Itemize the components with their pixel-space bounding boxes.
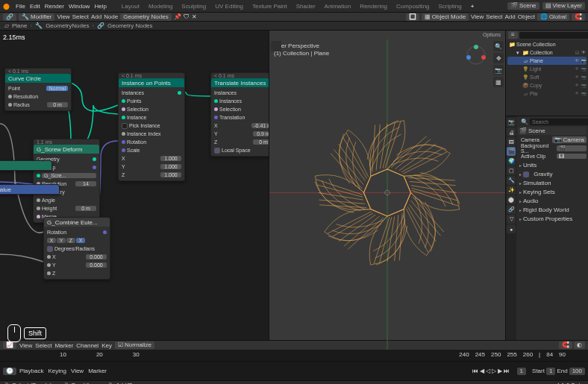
panel-units[interactable]: Units bbox=[518, 161, 587, 169]
frame-end[interactable]: 100 bbox=[569, 368, 585, 375]
local-space-checkbox[interactable] bbox=[214, 148, 220, 154]
tl-prop-icon[interactable]: ◐ bbox=[574, 341, 585, 349]
ws-add[interactable]: + bbox=[468, 2, 478, 10]
vp-select[interactable]: Select bbox=[486, 13, 502, 21]
ptab-object[interactable]: ▢ bbox=[507, 166, 516, 175]
node-translate-instances[interactable]: < 0.1 ms Translate Instances Instances I… bbox=[210, 72, 269, 157]
snap-icon[interactable]: 🧲 bbox=[572, 13, 585, 21]
graph-track[interactable]: 102030 240245250255260|8490 bbox=[0, 350, 588, 361]
menu-edit[interactable]: Edit bbox=[30, 3, 40, 10]
outliner-row-scene[interactable]: 📁Scene Collection bbox=[507, 40, 587, 48]
jump-start-icon[interactable]: ⏮ bbox=[472, 368, 478, 374]
pick-instance-checkbox[interactable] bbox=[122, 123, 128, 129]
pb-keying[interactable]: Keying bbox=[48, 368, 66, 374]
pb-marker[interactable]: Marker bbox=[88, 368, 107, 374]
vp-add[interactable]: Add bbox=[505, 13, 516, 21]
play-rev-icon[interactable]: ◁ bbox=[486, 368, 490, 374]
node-header[interactable]: Translate Instances bbox=[211, 78, 269, 87]
menu-window[interactable]: Window bbox=[69, 3, 90, 10]
tl-channel[interactable]: Channel bbox=[76, 342, 98, 349]
node-header[interactable]: G_Combine Eule... bbox=[44, 218, 110, 227]
ptab-physics[interactable]: ⬤ bbox=[507, 195, 516, 204]
ptab-constraints[interactable]: 🔗 bbox=[507, 205, 516, 214]
panel-audio[interactable]: Audio bbox=[518, 197, 587, 205]
hdr-view[interactable]: View bbox=[57, 13, 69, 20]
camera-field[interactable]: 📷 Camera bbox=[552, 136, 587, 143]
ptab-world[interactable]: 🌍 bbox=[507, 157, 516, 166]
degrees-checkbox[interactable] bbox=[47, 246, 53, 252]
clip-field[interactable]: 🎞 bbox=[557, 154, 587, 159]
ptab-viewlayer[interactable]: 🖼 bbox=[507, 137, 516, 146]
panel-custom[interactable]: Custom Properties bbox=[518, 215, 587, 223]
pb-view[interactable]: View bbox=[71, 368, 84, 374]
vp-mode[interactable]: ▦Object Mode bbox=[422, 13, 469, 21]
ws-sculpting[interactable]: Sculpting bbox=[178, 2, 209, 10]
jump-end-icon[interactable]: ⏭ bbox=[504, 368, 510, 374]
menu-help[interactable]: Help bbox=[94, 3, 106, 10]
crumb-modifier[interactable]: GeometryNodes bbox=[46, 22, 89, 29]
gravity-checkbox[interactable] bbox=[523, 171, 529, 177]
options-label[interactable]: Options bbox=[483, 32, 501, 37]
ws-render[interactable]: Rendering bbox=[357, 2, 390, 10]
node-combine-euler[interactable]: G_Combine Eule... Rotation XYZX Degrees/… bbox=[43, 217, 110, 280]
3d-viewport[interactable]: User Perspective (1) Collection | Plane … bbox=[269, 31, 506, 340]
editor-type-icon[interactable]: 🔗 bbox=[3, 13, 16, 21]
ptab-scene[interactable]: 🎬 bbox=[507, 147, 516, 156]
tl-select[interactable]: Select bbox=[35, 342, 51, 349]
hdr-add[interactable]: Add bbox=[91, 13, 101, 20]
hdr-node[interactable]: Node bbox=[104, 13, 118, 20]
ws-script[interactable]: Scripting bbox=[436, 2, 465, 10]
crumb-object[interactable]: Plane bbox=[12, 22, 27, 29]
panel-keying[interactable]: Keying Sets bbox=[518, 188, 587, 196]
ws-layout[interactable]: Layout bbox=[119, 2, 143, 10]
ptab-material[interactable]: ● bbox=[507, 224, 516, 233]
ws-comp[interactable]: Compositing bbox=[393, 2, 432, 10]
node-editor[interactable]: 2.15ms < 0.1 ms Curve Circle PointNormal… bbox=[0, 31, 269, 340]
ptab-output[interactable]: 🖨 bbox=[507, 128, 516, 136]
orientation[interactable]: 🌐Global bbox=[537, 13, 569, 21]
ptab-data[interactable]: ▽ bbox=[507, 215, 516, 224]
outliner-search[interactable] bbox=[519, 32, 588, 39]
node-partial-1[interactable]: ear bbox=[0, 160, 52, 171]
crumb-nodetree[interactable]: Geometry Nodes bbox=[107, 22, 152, 29]
panel-rigidbody[interactable]: Rigid Body World bbox=[518, 206, 587, 214]
bgscene-field[interactable]: 🎬 bbox=[557, 145, 587, 151]
tl-snap-icon[interactable]: 🧲 bbox=[559, 341, 572, 349]
viewlayer-selector[interactable]: ▤View Layer bbox=[542, 2, 585, 10]
ws-shader[interactable]: Shader bbox=[293, 2, 319, 10]
node-header[interactable]: Curve Circle bbox=[5, 74, 71, 83]
menu-render[interactable]: Render bbox=[45, 3, 64, 10]
ptab-modifier[interactable]: 🔧 bbox=[507, 176, 516, 185]
outliner-row-copy[interactable]: 📦Copy👁📷 bbox=[507, 81, 587, 89]
outliner-row-pla[interactable]: ▱Pla👁📷 bbox=[507, 89, 587, 98]
menu-file[interactable]: File bbox=[16, 3, 25, 10]
ws-modeling[interactable]: Modeling bbox=[146, 2, 175, 10]
panel-gravity[interactable]: Gravity bbox=[518, 170, 587, 178]
pb-playback[interactable]: Playback bbox=[19, 368, 43, 374]
keyframe-next-icon[interactable]: ▶ bbox=[498, 368, 502, 374]
outliner-row-soft[interactable]: 💡Soft👁📷 bbox=[507, 73, 587, 81]
graph-editor-icon[interactable]: 📈 bbox=[3, 341, 16, 349]
eye-icon[interactable]: 👁 bbox=[581, 50, 587, 55]
hdr-select[interactable]: Select bbox=[72, 13, 89, 20]
scene-selector[interactable]: 🎬Scene bbox=[507, 2, 539, 10]
ws-anim[interactable]: Animation bbox=[322, 2, 354, 10]
keyframe-prev-icon[interactable]: ◀ bbox=[480, 368, 484, 374]
node-instance-on-points[interactable]: < 0.1 ms Instance on Points Instances Po… bbox=[118, 72, 185, 181]
exclude-icon[interactable]: ☑ bbox=[574, 50, 580, 55]
node-curve-circle[interactable]: < 0.1 ms Curve Circle PointNormal Resolu… bbox=[4, 68, 72, 111]
pin-icon[interactable]: 📌 bbox=[174, 13, 181, 20]
ws-uv[interactable]: UV Editing bbox=[212, 2, 246, 10]
vp-editor-type[interactable]: 🔳 bbox=[406, 13, 419, 21]
ptab-render[interactable]: 📷 bbox=[507, 118, 516, 127]
outliner-row-plane[interactable]: ▱Plane👁📷 bbox=[507, 57, 587, 65]
geonodes-type[interactable]: 🔧Modifier bbox=[19, 13, 54, 21]
node-header[interactable]: Instance on Points bbox=[119, 78, 184, 87]
tl-view[interactable]: View bbox=[19, 342, 32, 349]
vp-object[interactable]: Object bbox=[518, 13, 535, 21]
tl-marker[interactable]: Marker bbox=[54, 342, 73, 349]
nodegroup-selector[interactable]: Geometry Nodes bbox=[120, 13, 171, 21]
node-screw-deform[interactable]: 1.1 ms G_Screw Deform Geometry UV Map G_… bbox=[33, 139, 100, 223]
panel-simulation[interactable]: Simulation bbox=[518, 179, 587, 187]
frame-current[interactable]: 1 bbox=[517, 368, 526, 375]
